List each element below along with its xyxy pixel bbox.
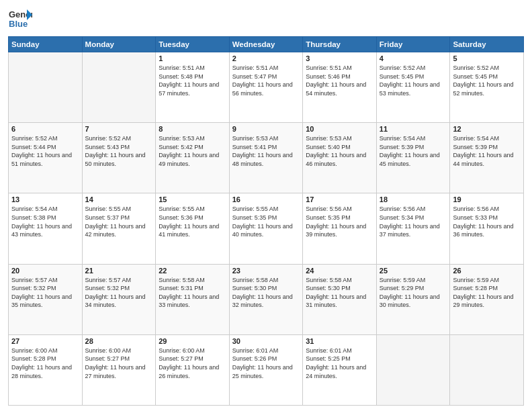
calendar-cell: 23Sunrise: 5:58 AM Sunset: 5:30 PM Dayli…: [229, 264, 303, 334]
logo: General Blue: [8, 7, 32, 31]
weekday-header-sunday: Sunday: [9, 37, 83, 52]
calendar-week-1: 1Sunrise: 5:51 AM Sunset: 5:48 PM Daylig…: [9, 52, 524, 123]
day-number: 24: [306, 267, 373, 275]
day-info: Sunrise: 5:55 AM Sunset: 5:37 PM Dayligh…: [85, 205, 153, 238]
day-info: Sunrise: 6:01 AM Sunset: 5:25 PM Dayligh…: [306, 347, 373, 380]
day-info: Sunrise: 6:00 AM Sunset: 5:28 PM Dayligh…: [11, 347, 79, 380]
calendar-cell: 12Sunrise: 5:54 AM Sunset: 5:39 PM Dayli…: [450, 123, 524, 193]
day-info: Sunrise: 5:54 AM Sunset: 5:39 PM Dayligh…: [380, 134, 447, 168]
calendar-cell: 9Sunrise: 5:53 AM Sunset: 5:41 PM Daylig…: [229, 123, 303, 193]
calendar-cell: 4Sunrise: 5:52 AM Sunset: 5:45 PM Daylig…: [376, 52, 450, 123]
calendar-week-3: 13Sunrise: 5:54 AM Sunset: 5:38 PM Dayli…: [9, 193, 524, 264]
day-number: 23: [232, 267, 300, 275]
weekday-header-tuesday: Tuesday: [156, 37, 230, 52]
calendar-cell: [9, 52, 83, 123]
weekday-header-row: SundayMondayTuesdayWednesdayThursdayFrid…: [9, 37, 524, 52]
day-number: 10: [306, 125, 373, 133]
calendar-cell: 17Sunrise: 5:56 AM Sunset: 5:35 PM Dayli…: [303, 193, 377, 264]
weekday-header-thursday: Thursday: [303, 37, 377, 52]
calendar-cell: 10Sunrise: 5:53 AM Sunset: 5:40 PM Dayli…: [303, 123, 377, 193]
day-number: 14: [85, 195, 153, 203]
calendar-week-5: 27Sunrise: 6:00 AM Sunset: 5:28 PM Dayli…: [9, 334, 524, 405]
day-info: Sunrise: 5:59 AM Sunset: 5:29 PM Dayligh…: [380, 276, 447, 310]
day-info: Sunrise: 5:52 AM Sunset: 5:43 PM Dayligh…: [85, 134, 153, 168]
calendar-cell: 22Sunrise: 5:58 AM Sunset: 5:31 PM Dayli…: [156, 264, 230, 334]
day-number: 31: [306, 337, 373, 345]
calendar-cell: 21Sunrise: 5:57 AM Sunset: 5:32 PM Dayli…: [82, 264, 156, 334]
day-number: 8: [159, 125, 226, 133]
weekday-header-saturday: Saturday: [450, 37, 524, 52]
day-number: 15: [159, 195, 226, 203]
day-number: 7: [85, 125, 153, 133]
day-number: 1: [159, 54, 226, 62]
calendar-cell: 29Sunrise: 6:00 AM Sunset: 5:27 PM Dayli…: [156, 334, 230, 405]
day-info: Sunrise: 5:53 AM Sunset: 5:41 PM Dayligh…: [232, 134, 300, 168]
calendar-table: SundayMondayTuesdayWednesdayThursdayFrid…: [8, 36, 524, 406]
calendar-cell: 2Sunrise: 5:51 AM Sunset: 5:47 PM Daylig…: [229, 52, 303, 123]
weekday-header-monday: Monday: [82, 37, 156, 52]
weekday-header-friday: Friday: [376, 37, 450, 52]
day-info: Sunrise: 5:57 AM Sunset: 5:32 PM Dayligh…: [11, 276, 79, 310]
calendar-cell: 3Sunrise: 5:51 AM Sunset: 5:46 PM Daylig…: [303, 52, 377, 123]
day-info: Sunrise: 5:59 AM Sunset: 5:28 PM Dayligh…: [453, 276, 521, 310]
day-info: Sunrise: 5:51 AM Sunset: 5:48 PM Dayligh…: [159, 64, 226, 97]
calendar-cell: 13Sunrise: 5:54 AM Sunset: 5:38 PM Dayli…: [9, 193, 83, 264]
day-info: Sunrise: 5:58 AM Sunset: 5:30 PM Dayligh…: [232, 276, 300, 310]
day-info: Sunrise: 5:51 AM Sunset: 5:47 PM Dayligh…: [232, 64, 300, 97]
day-info: Sunrise: 6:01 AM Sunset: 5:26 PM Dayligh…: [232, 347, 300, 380]
calendar-cell: 16Sunrise: 5:55 AM Sunset: 5:35 PM Dayli…: [229, 193, 303, 264]
day-number: 4: [380, 54, 447, 62]
svg-text:Blue: Blue: [9, 19, 28, 29]
logo-svg: General Blue: [8, 7, 32, 31]
calendar-cell: 28Sunrise: 6:00 AM Sunset: 5:27 PM Dayli…: [82, 334, 156, 405]
day-info: Sunrise: 5:52 AM Sunset: 5:45 PM Dayligh…: [453, 64, 521, 97]
day-number: 6: [11, 125, 79, 133]
calendar-cell: 20Sunrise: 5:57 AM Sunset: 5:32 PM Dayli…: [9, 264, 83, 334]
calendar-cell: 19Sunrise: 5:56 AM Sunset: 5:33 PM Dayli…: [450, 193, 524, 264]
calendar-cell: [82, 52, 156, 123]
day-number: 3: [306, 54, 373, 62]
day-info: Sunrise: 5:53 AM Sunset: 5:40 PM Dayligh…: [306, 134, 373, 168]
day-number: 22: [159, 267, 226, 275]
calendar-cell: 5Sunrise: 5:52 AM Sunset: 5:45 PM Daylig…: [450, 52, 524, 123]
day-number: 25: [380, 267, 447, 275]
day-info: Sunrise: 5:55 AM Sunset: 5:36 PM Dayligh…: [159, 205, 226, 238]
calendar-cell: 26Sunrise: 5:59 AM Sunset: 5:28 PM Dayli…: [450, 264, 524, 334]
day-number: 11: [380, 125, 447, 133]
calendar-cell: 7Sunrise: 5:52 AM Sunset: 5:43 PM Daylig…: [82, 123, 156, 193]
day-number: 21: [85, 267, 153, 275]
day-number: 29: [159, 337, 226, 345]
day-info: Sunrise: 5:56 AM Sunset: 5:34 PM Dayligh…: [380, 205, 447, 238]
calendar-week-2: 6Sunrise: 5:52 AM Sunset: 5:44 PM Daylig…: [9, 123, 524, 193]
calendar-cell: 30Sunrise: 6:01 AM Sunset: 5:26 PM Dayli…: [229, 334, 303, 405]
day-number: 28: [85, 337, 153, 345]
day-number: 12: [453, 125, 521, 133]
day-number: 17: [306, 195, 373, 203]
calendar-cell: 25Sunrise: 5:59 AM Sunset: 5:29 PM Dayli…: [376, 264, 450, 334]
day-number: 16: [232, 195, 300, 203]
calendar-cell: 14Sunrise: 5:55 AM Sunset: 5:37 PM Dayli…: [82, 193, 156, 264]
day-info: Sunrise: 5:56 AM Sunset: 5:33 PM Dayligh…: [453, 205, 521, 238]
calendar-cell: 24Sunrise: 5:58 AM Sunset: 5:30 PM Dayli…: [303, 264, 377, 334]
calendar-cell: 6Sunrise: 5:52 AM Sunset: 5:44 PM Daylig…: [9, 123, 83, 193]
header: General Blue: [8, 7, 524, 31]
calendar-cell: 18Sunrise: 5:56 AM Sunset: 5:34 PM Dayli…: [376, 193, 450, 264]
day-info: Sunrise: 5:51 AM Sunset: 5:46 PM Dayligh…: [306, 64, 373, 97]
day-info: Sunrise: 5:52 AM Sunset: 5:44 PM Dayligh…: [11, 134, 79, 168]
day-number: 27: [11, 337, 79, 345]
day-info: Sunrise: 6:00 AM Sunset: 5:27 PM Dayligh…: [159, 347, 226, 380]
day-number: 19: [453, 195, 521, 203]
page-container: General Blue SundayMondayTuesdayWednesda…: [0, 0, 532, 411]
day-info: Sunrise: 5:58 AM Sunset: 5:30 PM Dayligh…: [306, 276, 373, 310]
calendar-cell: 27Sunrise: 6:00 AM Sunset: 5:28 PM Dayli…: [9, 334, 83, 405]
day-number: 18: [380, 195, 447, 203]
day-info: Sunrise: 5:53 AM Sunset: 5:42 PM Dayligh…: [159, 134, 226, 168]
day-info: Sunrise: 5:54 AM Sunset: 5:38 PM Dayligh…: [11, 205, 79, 238]
day-number: 2: [232, 54, 300, 62]
calendar-cell: 15Sunrise: 5:55 AM Sunset: 5:36 PM Dayli…: [156, 193, 230, 264]
calendar-cell: 31Sunrise: 6:01 AM Sunset: 5:25 PM Dayli…: [303, 334, 377, 405]
day-info: Sunrise: 5:58 AM Sunset: 5:31 PM Dayligh…: [159, 276, 226, 310]
calendar-cell: 8Sunrise: 5:53 AM Sunset: 5:42 PM Daylig…: [156, 123, 230, 193]
day-number: 30: [232, 337, 300, 345]
day-info: Sunrise: 5:55 AM Sunset: 5:35 PM Dayligh…: [232, 205, 300, 238]
